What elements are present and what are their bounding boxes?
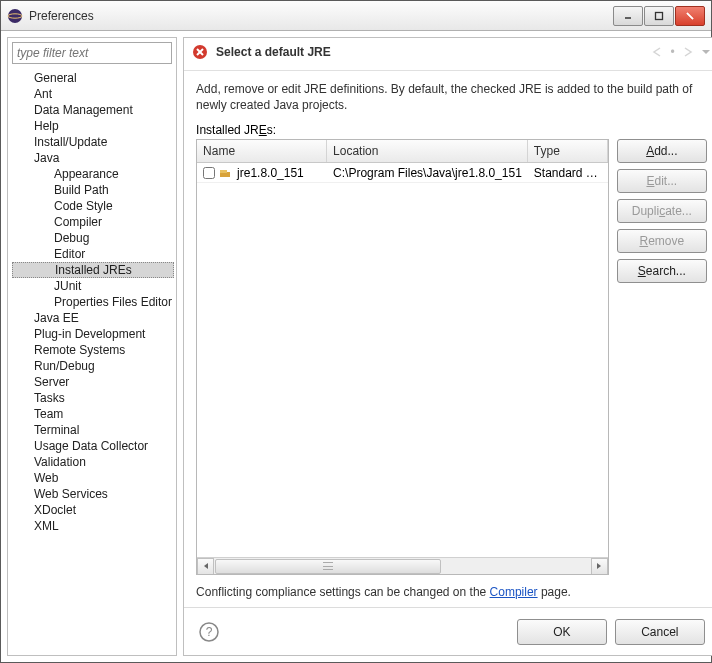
- horizontal-scrollbar[interactable]: [197, 557, 608, 574]
- tree-item[interactable]: Data Management: [12, 102, 174, 118]
- tree-item[interactable]: XML: [12, 518, 174, 534]
- col-type[interactable]: Type: [528, 140, 608, 162]
- col-name[interactable]: Name: [197, 140, 327, 162]
- tree-item[interactable]: Team: [12, 406, 174, 422]
- remove-button[interactable]: Remove: [617, 229, 707, 253]
- error-icon: [192, 44, 208, 60]
- preference-tree[interactable]: GeneralAntData ManagementHelpInstall/Upd…: [8, 68, 176, 655]
- svg-rect-3: [656, 12, 663, 19]
- scroll-thumb[interactable]: [215, 559, 441, 574]
- duplicate-button[interactable]: Duplicate...: [617, 199, 707, 223]
- tree-item[interactable]: Properties Files Editor: [12, 294, 174, 310]
- svg-text:?: ?: [206, 625, 213, 639]
- page-description: Add, remove or edit JRE definitions. By …: [196, 81, 707, 113]
- ok-button[interactable]: OK: [517, 619, 607, 645]
- maximize-button[interactable]: [644, 6, 674, 26]
- back-icon[interactable]: [651, 46, 665, 58]
- svg-rect-10: [220, 170, 227, 173]
- preferences-window: Preferences GeneralAntData ManagementHel…: [0, 0, 712, 663]
- tree-item[interactable]: XDoclet: [12, 502, 174, 518]
- tree-item[interactable]: Appearance: [12, 166, 174, 182]
- jre-table[interactable]: Name Location Type jre1.8.0_151C:\Progra…: [196, 139, 609, 575]
- tree-item[interactable]: Server: [12, 374, 174, 390]
- nav-arrows: •: [651, 45, 711, 59]
- scroll-right-icon[interactable]: [591, 558, 608, 575]
- edit-button[interactable]: Edit...: [617, 169, 707, 193]
- page-title: Select a default JRE: [216, 45, 651, 59]
- tree-item[interactable]: Install/Update: [12, 134, 174, 150]
- dialog-footer: ? OK Cancel: [184, 607, 712, 655]
- filter-input[interactable]: [12, 42, 172, 64]
- tree-item[interactable]: Tasks: [12, 390, 174, 406]
- tree-item[interactable]: Java: [12, 150, 174, 166]
- tree-item[interactable]: Debug: [12, 230, 174, 246]
- titlebar: Preferences: [1, 1, 711, 31]
- minimize-button[interactable]: [613, 6, 643, 26]
- tree-item[interactable]: Ant: [12, 86, 174, 102]
- add-button[interactable]: Add...: [617, 139, 707, 163]
- table-row[interactable]: jre1.8.0_151C:\Program Files\Java\jre1.8…: [197, 163, 608, 183]
- tree-item[interactable]: Editor: [12, 246, 174, 262]
- search-button[interactable]: Search...: [617, 259, 707, 283]
- window-controls: [612, 6, 705, 26]
- content-area: GeneralAntData ManagementHelpInstall/Upd…: [1, 31, 711, 662]
- tree-item[interactable]: Installed JREs: [12, 262, 174, 278]
- tree-item[interactable]: Plug-in Development: [12, 326, 174, 342]
- detail-pane: Select a default JRE • Add, remove or ed…: [183, 37, 712, 656]
- tree-item[interactable]: Help: [12, 118, 174, 134]
- tree-item[interactable]: Web Services: [12, 486, 174, 502]
- page-body: Add, remove or edit JRE definitions. By …: [184, 71, 712, 607]
- tree-item[interactable]: Remote Systems: [12, 342, 174, 358]
- window-title: Preferences: [29, 9, 612, 23]
- page-header: Select a default JRE •: [184, 38, 712, 71]
- cancel-button[interactable]: Cancel: [615, 619, 705, 645]
- jre-mid-row: Name Location Type jre1.8.0_151C:\Progra…: [196, 139, 707, 575]
- menu-chevron-icon[interactable]: [701, 47, 711, 57]
- tree-item[interactable]: Terminal: [12, 422, 174, 438]
- jre-location: C:\Program Files\Java\jre1.8.0_151: [327, 164, 528, 182]
- tree-item[interactable]: Build Path: [12, 182, 174, 198]
- table-header: Name Location Type: [197, 140, 608, 163]
- jre-checkbox[interactable]: [203, 167, 215, 179]
- tree-item[interactable]: Run/Debug: [12, 358, 174, 374]
- tree-item[interactable]: Compiler: [12, 214, 174, 230]
- tree-item[interactable]: Code Style: [12, 198, 174, 214]
- col-location[interactable]: Location: [327, 140, 528, 162]
- svg-point-0: [8, 9, 22, 23]
- jre-buttons: Add... Edit... Duplicate... Remove Searc…: [617, 139, 707, 575]
- app-icon: [7, 8, 23, 24]
- tree-item[interactable]: Validation: [12, 454, 174, 470]
- tree-item[interactable]: General: [12, 70, 174, 86]
- tree-item[interactable]: Java EE: [12, 310, 174, 326]
- forward-icon[interactable]: [681, 46, 695, 58]
- compliance-note: Conflicting compliance settings can be c…: [196, 585, 707, 599]
- jre-icon: [219, 167, 233, 179]
- filter-wrap: [8, 38, 176, 68]
- compiler-link[interactable]: Compiler: [490, 585, 538, 599]
- jre-name: jre1.8.0_151: [237, 166, 304, 180]
- tree-item[interactable]: Usage Data Collector: [12, 438, 174, 454]
- tree-item[interactable]: JUnit: [12, 278, 174, 294]
- installed-jres-label: Installed JREs:: [196, 123, 707, 137]
- scroll-track[interactable]: [214, 558, 591, 575]
- help-icon[interactable]: ?: [198, 621, 220, 643]
- close-button[interactable]: [675, 6, 705, 26]
- scroll-left-icon[interactable]: [197, 558, 214, 575]
- svg-line-5: [687, 13, 693, 19]
- tree-item[interactable]: Web: [12, 470, 174, 486]
- table-body[interactable]: jre1.8.0_151C:\Program Files\Java\jre1.8…: [197, 163, 608, 557]
- jre-type: Standard VM: [528, 164, 608, 182]
- tree-pane: GeneralAntData ManagementHelpInstall/Upd…: [7, 37, 177, 656]
